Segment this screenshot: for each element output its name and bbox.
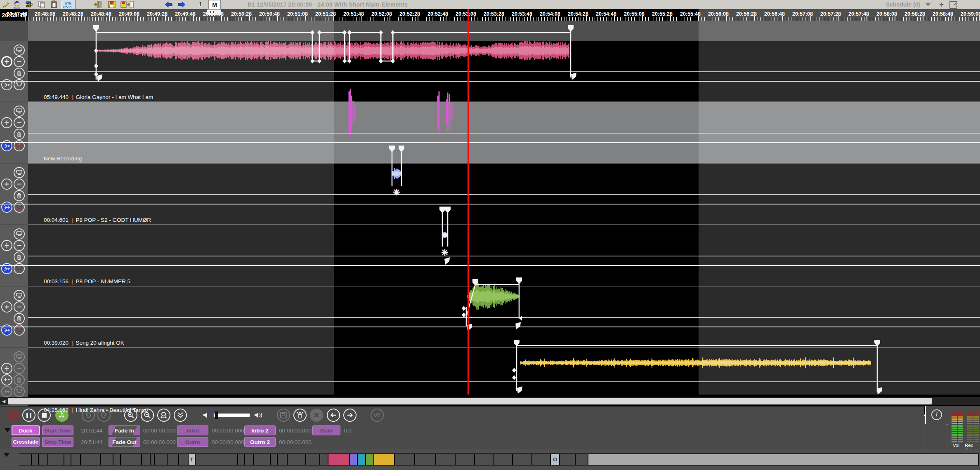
outro-value[interactable]: 00:00:00.000 — [212, 437, 244, 447]
minimap-block[interactable] — [196, 454, 237, 465]
minimap-block[interactable] — [245, 454, 253, 465]
save-icon[interactable] — [107, 0, 116, 9]
save-and-close-icon[interactable] — [120, 0, 135, 9]
minimap-collapse-icon[interactable] — [3, 453, 10, 457]
track-plus-button[interactable] — [1, 179, 12, 190]
minimap-rail[interactable]: TO — [19, 453, 979, 466]
panel-collapse-icon[interactable] — [4, 428, 11, 432]
layers-icon[interactable] — [25, 0, 34, 9]
vt-button[interactable]: VT — [371, 409, 384, 422]
track-trash-button[interactable] — [14, 251, 25, 263]
save-button[interactable] — [277, 409, 290, 422]
nav-forward-icon[interactable] — [177, 0, 186, 9]
minimap-block[interactable] — [71, 454, 80, 465]
minimap-block[interactable] — [456, 454, 474, 465]
stop-time-button[interactable]: Stop Time — [42, 437, 73, 447]
stop-time-value[interactable]: 20:51:44 — [81, 437, 103, 447]
cancel-button[interactable] — [310, 409, 323, 422]
info-box[interactable]: i — [925, 406, 947, 425]
minimap-block[interactable] — [320, 454, 328, 465]
delete-marked-button[interactable] — [293, 409, 307, 422]
pause-button[interactable] — [22, 409, 35, 422]
timeline-marker-chip[interactable] — [207, 9, 221, 15]
track-monitor-button[interactable] — [14, 106, 25, 117]
minimap-block[interactable] — [32, 454, 38, 465]
fade-out-value[interactable]: 00:00:00.000 — [143, 437, 176, 447]
track-plus-button[interactable] — [1, 56, 12, 67]
minimap-block[interactable] — [576, 454, 588, 465]
minimap-block[interactable] — [48, 454, 64, 465]
minimap-block[interactable] — [113, 454, 120, 465]
load-door-icon[interactable] — [93, 0, 102, 9]
track-trash-button[interactable] — [14, 68, 25, 79]
track-monitor-button[interactable] — [14, 351, 25, 362]
paste-icon[interactable] — [50, 0, 59, 9]
horizontal-scrollbar[interactable]: ◀ — [0, 397, 980, 405]
schedule-label[interactable]: Schedule (0) — [886, 1, 920, 8]
track-trash-button[interactable] — [14, 374, 25, 385]
minimap-block[interactable] — [64, 454, 71, 465]
track-monitor-button[interactable] — [14, 228, 25, 240]
minimap-block-o[interactable]: O — [551, 454, 559, 465]
minimap-block[interactable] — [142, 454, 150, 465]
minimap-block[interactable] — [81, 454, 100, 465]
chevrons-down-button[interactable] — [174, 409, 187, 422]
minimap-block[interactable] — [238, 454, 244, 465]
intro-value[interactable]: 00:00:00.000 — [212, 425, 244, 435]
volume-slider-handle[interactable] — [215, 411, 218, 419]
track-trash-button[interactable] — [14, 190, 25, 201]
minimap-block[interactable] — [494, 454, 512, 465]
crossfade-button[interactable]: Crossfade — [12, 437, 40, 447]
minimap-block[interactable] — [532, 454, 550, 465]
outro2-value[interactable]: 00:00:00.000 — [279, 437, 312, 447]
minimap-block[interactable] — [101, 454, 113, 465]
track-minus-button[interactable] — [14, 117, 25, 128]
minimap-block[interactable] — [271, 454, 277, 465]
track-plus-button[interactable] — [1, 363, 12, 374]
minimap-block[interactable] — [366, 454, 373, 465]
minimap-block[interactable] — [121, 454, 141, 465]
minimap-block[interactable] — [374, 454, 394, 465]
minimap-block[interactable] — [288, 454, 305, 465]
fade-out-button[interactable]: Fade Out — [109, 437, 140, 447]
track-ucurve-button[interactable] — [14, 386, 25, 397]
minimap-block[interactable] — [475, 454, 493, 465]
track-minus-button[interactable] — [14, 301, 25, 313]
minimap-block[interactable] — [254, 454, 270, 465]
scrollbar-left-arrow-icon[interactable]: ◀ — [0, 397, 7, 405]
track-trash-button[interactable] — [14, 313, 25, 324]
minimap-block[interactable] — [278, 454, 287, 465]
intro2-button[interactable]: Intro 2 — [244, 425, 276, 435]
minimap-block[interactable] — [306, 454, 319, 465]
mode-m-button[interactable]: M — [208, 0, 221, 10]
user-icon[interactable] — [12, 0, 21, 9]
track-trash-button[interactable] — [14, 129, 25, 140]
otm-preview-icon[interactable]: OTM — [61, 0, 76, 10]
track-plusmenu-button[interactable] — [1, 374, 12, 385]
timeline-ruler[interactable]: 20:53:12 20:47:4820:48:0820:48:2820:48:4… — [0, 9, 980, 21]
track-plus-button[interactable] — [1, 117, 12, 128]
minimap-block-t[interactable]: T — [189, 454, 195, 465]
intro2-value[interactable]: 00:00:00.000 — [279, 425, 312, 435]
start-time-value[interactable]: 20:51:44 — [81, 425, 103, 435]
minimap-block[interactable] — [436, 454, 455, 465]
arrow-right-button[interactable] — [343, 409, 357, 422]
track-monitor-button[interactable] — [14, 45, 25, 56]
outro-button[interactable]: Outro — [177, 437, 208, 447]
track-minus-button[interactable] — [14, 179, 25, 190]
arrow-left-button[interactable] — [327, 409, 340, 422]
volume-slider[interactable] — [213, 414, 250, 417]
track-plus-button[interactable] — [1, 301, 12, 313]
gain-value[interactable]: 0.0 — [344, 425, 352, 435]
schedule-add-icon[interactable]: + — [939, 0, 944, 9]
playhead[interactable] — [468, 9, 469, 395]
nav-back-icon[interactable] — [164, 0, 173, 9]
edit-pencil-icon[interactable] — [1, 0, 10, 9]
minimap-block[interactable] — [560, 454, 575, 465]
copy-icon[interactable] — [37, 0, 46, 9]
record-button[interactable] — [7, 409, 20, 422]
minimap-block[interactable] — [588, 454, 978, 465]
minimap-block[interactable] — [155, 454, 167, 465]
minimap-block[interactable] — [395, 454, 414, 465]
minimap-block[interactable] — [168, 454, 178, 465]
